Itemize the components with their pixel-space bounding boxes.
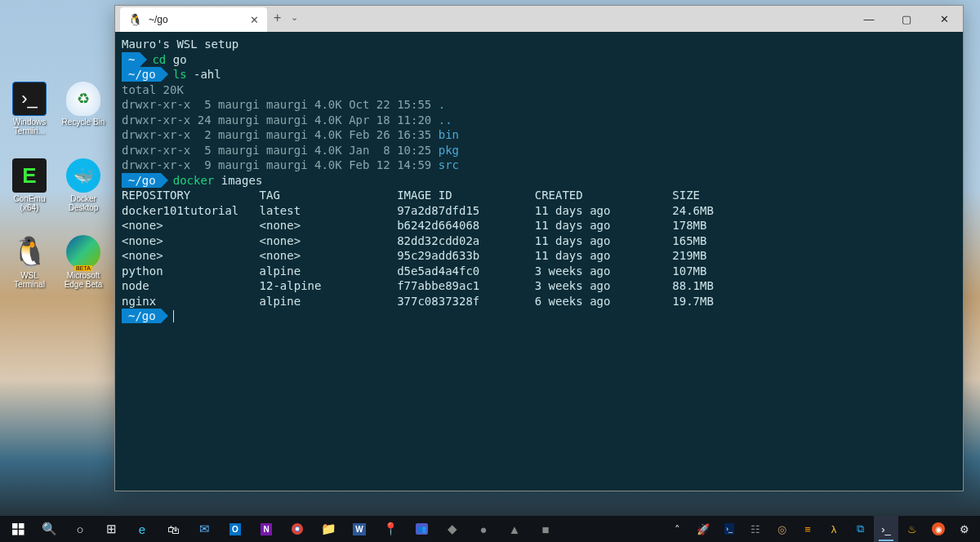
system-tray: ˄ 🚀 ›_ ☷ ◎ ≡ λ ⧉ ›_ ♨ ◉ ⚙ (665, 516, 977, 542)
taskbar-explorer[interactable]: 📁 (314, 516, 343, 542)
close-button[interactable]: ✕ (925, 6, 963, 32)
desktop-icon-docker[interactable]: 🐳Docker Desktop (59, 158, 108, 212)
tray-sublime[interactable]: ≡ (795, 516, 820, 542)
docker-row: python alpine d5e5ad4a4fc0 3 weeks ago 1… (122, 264, 956, 279)
taskbar-onenote[interactable]: N (252, 516, 281, 542)
desktop-icons: ›_Windows Termin... Recycle Bin EConEmu … (5, 82, 111, 312)
tray-app[interactable]: ♨ (900, 516, 924, 542)
prompt-arrow-icon (140, 52, 147, 67)
tux-icon: 🐧 (128, 13, 142, 26)
desktop-icon-recycle-bin[interactable]: Recycle Bin (59, 82, 108, 136)
start-button[interactable] (3, 516, 33, 542)
docker-output: REPOSITORY TAG IMAGE ID CREATED SIZEdock… (122, 188, 956, 309)
taskbar-maps[interactable]: 📍 (376, 516, 405, 542)
taskbar: 🔍 ○ ⊞ e 🛍 ✉ O N 📁 W 📍 👥 ◆ ● ▲ ■ ˄ 🚀 ›_ ☷… (0, 516, 980, 542)
cortana-button[interactable]: ○ (65, 516, 95, 542)
tray-terminal-active[interactable]: ›_ (874, 516, 898, 542)
tray-lambda[interactable]: λ (822, 516, 846, 542)
terminal-window: 🐧 ~/go ✕ + ⌄ — ▢ ✕ Mauro's WSL setup ~ c… (114, 5, 964, 491)
tab-title: ~/go (149, 14, 168, 25)
desktop-icon-conemu[interactable]: EConEmu (x64) (5, 158, 54, 212)
terminal-body[interactable]: Mauro's WSL setup ~ cd go ~/go ls -ahl t… (115, 32, 963, 491)
taskbar-app[interactable]: ◆ (438, 516, 467, 542)
desktop-icon-windows-terminal[interactable]: ›_Windows Termin... (5, 82, 54, 136)
maximize-button[interactable]: ▢ (888, 6, 925, 32)
docker-row: docker101tutorial latest 97a2d87dfd15 11… (122, 203, 956, 219)
tray-overflow[interactable]: ˄ (665, 516, 689, 542)
ls-row: drwxr-xr-x 5 maurgi maurgi 4.0K Jan 8 10… (122, 143, 956, 158)
taskbar-app[interactable]: W (345, 516, 374, 542)
docker-row: nginx alpine 377c0837328f 6 weeks ago 19… (122, 294, 956, 309)
ls-row: drwxr-xr-x 2 maurgi maurgi 4.0K Feb 26 1… (122, 127, 956, 143)
taskbar-outlook[interactable]: O (220, 516, 250, 542)
taskbar-mail[interactable]: ✉ (189, 516, 219, 542)
docker-row: <none> <none> 95c29add633b 11 days ago 2… (122, 248, 956, 264)
ls-output: drwxr-xr-x 5 maurgi maurgi 4.0K Oct 22 1… (122, 97, 956, 173)
taskbar-store[interactable]: 🛍 (158, 516, 188, 542)
desktop-icon-edge-beta[interactable]: Microsoft Edge Beta (59, 235, 108, 289)
tray-app[interactable]: ☷ (743, 516, 768, 542)
taskview-button[interactable]: ⊞ (96, 516, 126, 542)
tray-app[interactable]: 🚀 (691, 516, 715, 542)
prompt-arrow-icon (161, 309, 168, 323)
tab-active[interactable]: 🐧 ~/go ✕ (120, 7, 267, 32)
svg-rect-3 (19, 530, 24, 535)
prompt-arrow-icon (161, 67, 168, 82)
svg-rect-1 (19, 523, 24, 529)
tray-app[interactable]: ◎ (769, 516, 794, 542)
tab-close-icon[interactable]: ✕ (250, 14, 259, 26)
svg-point-6 (296, 527, 299, 531)
desktop-icon-wsl-terminal[interactable]: 🐧WSL Terminal (5, 235, 54, 289)
ls-total: total 20K (122, 82, 956, 98)
docker-header: REPOSITORY TAG IMAGE ID CREATED SIZE (122, 188, 956, 203)
tray-ubuntu[interactable]: ◉ (926, 516, 951, 542)
tray-powershell[interactable]: ›_ (717, 516, 742, 542)
cursor (173, 310, 174, 322)
terminal-banner: Mauro's WSL setup (122, 37, 956, 52)
taskbar-app[interactable]: ■ (531, 516, 560, 542)
tray-settings[interactable]: ⚙ (952, 516, 977, 542)
taskbar-teams[interactable]: 👥 (407, 516, 436, 542)
svg-rect-2 (12, 530, 18, 535)
docker-row: <none> <none> 82dd32cdd02a 11 days ago 1… (122, 233, 956, 249)
prompt-row: ~/go docker images (122, 173, 956, 189)
window-titlebar[interactable]: 🐧 ~/go ✕ + ⌄ — ▢ ✕ (115, 6, 963, 32)
taskbar-app[interactable]: ● (469, 516, 498, 542)
taskbar-app[interactable]: ▲ (500, 516, 529, 542)
ls-row: drwxr-xr-x 5 maurgi maurgi 4.0K Oct 22 1… (122, 97, 956, 113)
tab-dropdown-icon[interactable]: ⌄ (287, 6, 301, 29)
tray-vscode[interactable]: ⧉ (848, 516, 872, 542)
prompt-arrow-icon (161, 173, 168, 188)
taskbar-edge[interactable]: e (127, 516, 157, 542)
taskbar-chrome[interactable] (283, 516, 312, 542)
prompt-row: ~/go (122, 309, 956, 323)
docker-row: <none> <none> b6242d664068 11 days ago 1… (122, 218, 956, 233)
svg-rect-0 (12, 523, 18, 529)
minimize-button[interactable]: — (850, 6, 888, 32)
new-tab-button[interactable]: + (267, 6, 287, 30)
ls-row: drwxr-xr-x 9 maurgi maurgi 4.0K Feb 12 1… (122, 158, 956, 173)
prompt-row: ~ cd go (122, 52, 956, 68)
docker-row: node 12-alpine f77abbe89ac1 3 weeks ago … (122, 278, 956, 294)
search-button[interactable]: 🔍 (34, 516, 64, 542)
ls-row: drwxr-xr-x 24 maurgi maurgi 4.0K Apr 18 … (122, 113, 956, 128)
prompt-row: ~/go ls -ahl (122, 67, 956, 82)
